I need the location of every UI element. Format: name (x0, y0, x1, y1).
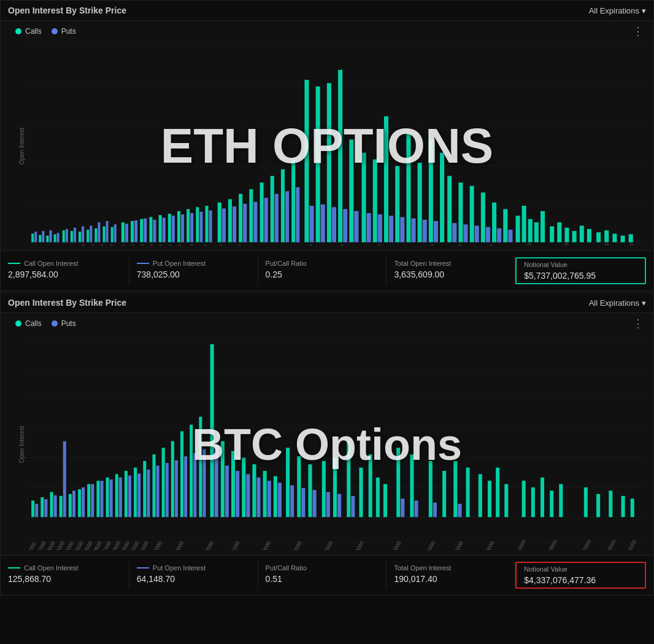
svg-rect-48 (187, 209, 190, 242)
svg-rect-200 (175, 460, 178, 517)
svg-rect-17 (49, 230, 52, 242)
svg-rect-122 (629, 235, 633, 242)
svg-text:13000: 13000 (44, 540, 56, 550)
svg-rect-212 (236, 471, 239, 517)
svg-rect-64 (271, 176, 274, 242)
eth-put-call-stat: Put/Call Ratio 0.25 (258, 257, 387, 284)
btc-notional-stat: Notional Value $4,337,076,477.36 (515, 562, 646, 589)
svg-rect-93 (434, 221, 438, 242)
svg-rect-252 (531, 487, 535, 517)
btc-expiry-selector[interactable]: All Expirations ▾ (589, 298, 646, 308)
svg-rect-233 (359, 468, 363, 518)
svg-text:1750: 1750 (144, 243, 155, 246)
eth-panel-title: Open Interest By Strike Price (8, 6, 126, 15)
eth-expiry-selector[interactable]: All Expirations ▾ (589, 6, 646, 15)
svg-rect-53 (209, 211, 212, 242)
svg-text:3600: 3600 (335, 243, 346, 246)
btc-panel: Open Interest By Strike Price All Expira… (0, 292, 654, 596)
svg-rect-115 (572, 231, 577, 242)
svg-rect-202 (184, 456, 187, 517)
svg-rect-237 (396, 448, 400, 517)
svg-rect-258 (609, 491, 612, 517)
svg-rect-43 (163, 218, 166, 242)
svg-text:1450: 1450 (117, 243, 128, 246)
svg-text:19500: 19500 (82, 540, 94, 550)
svg-rect-209 (221, 441, 225, 518)
svg-rect-194 (147, 470, 150, 517)
svg-rect-59 (243, 204, 247, 242)
svg-rect-65 (275, 194, 279, 242)
svg-rect-55 (222, 209, 226, 242)
svg-rect-249 (496, 468, 499, 518)
btc-put-call-label: Put/Call Ratio (266, 564, 379, 572)
svg-rect-62 (260, 182, 264, 242)
btc-y-axis-label: Open Interest (18, 426, 25, 464)
eth-y-axis-label: Open Interest (18, 128, 25, 165)
eth-put-oi-label: Put Open Interest (137, 260, 250, 267)
svg-text:1150: 1150 (85, 243, 96, 246)
svg-rect-50 (196, 207, 199, 242)
svg-rect-100 (475, 226, 479, 242)
svg-rect-98 (463, 224, 467, 242)
svg-rect-205 (199, 417, 202, 517)
svg-rect-177 (69, 494, 72, 518)
puts-dot (52, 28, 58, 34)
svg-rect-36 (131, 221, 134, 242)
svg-rect-250 (504, 484, 508, 518)
svg-rect-215 (252, 464, 256, 517)
svg-rect-68 (291, 160, 295, 242)
eth-total-oi-stat: Total Open Interest 3,635,609.00 (387, 257, 515, 284)
svg-rect-253 (541, 478, 544, 518)
svg-rect-208 (215, 446, 218, 517)
btc-menu-dots[interactable]: ⋮ (630, 317, 646, 330)
svg-rect-183 (96, 481, 99, 517)
svg-rect-227 (322, 461, 326, 517)
svg-rect-213 (242, 458, 245, 518)
svg-rect-18 (54, 235, 56, 242)
eth-puts-legend: Puts (52, 27, 76, 36)
svg-rect-198 (166, 463, 169, 517)
svg-rect-14 (39, 235, 41, 242)
svg-text:15000: 15000 (53, 540, 66, 550)
svg-rect-27 (90, 226, 92, 242)
svg-text:850: 850 (58, 244, 67, 246)
svg-text:950: 950 (67, 244, 77, 246)
svg-text:140000: 140000 (545, 538, 558, 550)
svg-text:17000: 17000 (63, 540, 75, 550)
svg-rect-67 (285, 191, 289, 242)
eth-put-oi-stat: Put Open Interest 738,025.00 (129, 257, 258, 284)
svg-rect-236 (383, 484, 387, 518)
svg-text:11000: 11000 (35, 540, 47, 550)
svg-rect-23 (74, 228, 76, 242)
svg-rect-117 (587, 229, 591, 242)
svg-text:21500: 21500 (100, 540, 112, 550)
svg-rect-16 (46, 236, 48, 242)
eth-menu-dots[interactable]: ⋮ (630, 25, 646, 38)
btc-put-call-stat: Put/Call Ratio 0.51 (258, 562, 387, 589)
svg-rect-256 (584, 487, 588, 517)
svg-rect-203 (190, 425, 193, 518)
chevron-down-icon: ▾ (642, 6, 646, 15)
svg-rect-80 (362, 153, 366, 242)
btc-teal-underline (8, 567, 20, 568)
svg-text:300000: 300000 (604, 538, 617, 550)
svg-rect-172 (44, 499, 47, 517)
btc-notional-value: $4,337,076,477.36 (524, 575, 637, 585)
svg-text:80000: 80000 (483, 540, 496, 550)
svg-text:400000: 400000 (624, 538, 637, 550)
calls-dot (15, 28, 21, 34)
svg-rect-180 (82, 487, 85, 517)
svg-rect-40 (149, 217, 152, 242)
svg-rect-232 (351, 496, 355, 517)
svg-rect-41 (153, 220, 156, 242)
eth-total-oi-label: Total Open Interest (394, 260, 507, 267)
svg-rect-241 (429, 461, 433, 517)
svg-rect-116 (580, 226, 584, 242)
svg-rect-207 (210, 344, 214, 518)
svg-rect-58 (239, 194, 242, 242)
svg-rect-86 (395, 166, 399, 242)
svg-rect-204 (193, 453, 196, 517)
svg-rect-104 (497, 228, 501, 242)
svg-text:500: 500 (42, 244, 51, 246)
svg-text:2500: 2500 (198, 243, 209, 246)
